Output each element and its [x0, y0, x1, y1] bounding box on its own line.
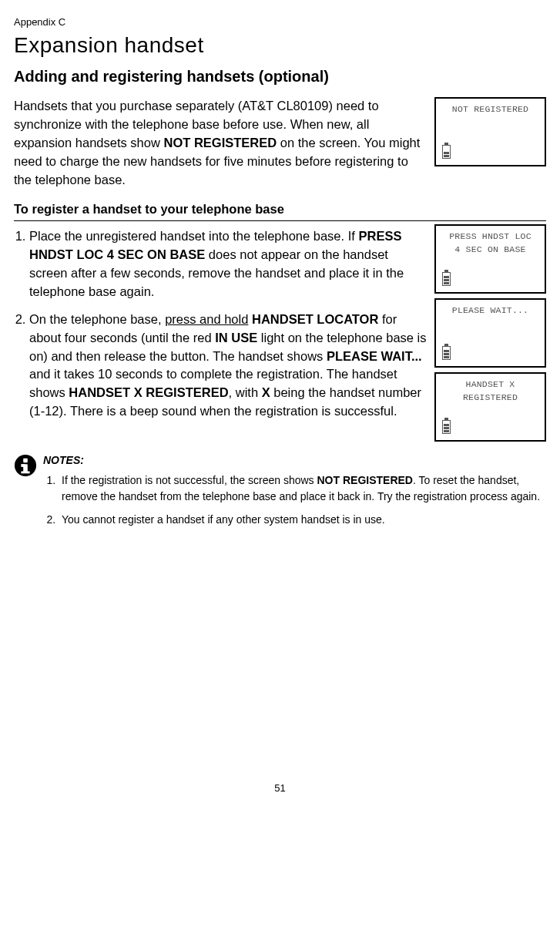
lcd-press-hndst: PRESS HNDST LOC 4 SEC ON BASE [434, 224, 546, 294]
battery-icon [442, 272, 451, 286]
lcd-text-l1: HANDSET X [466, 379, 515, 389]
section-heading: Adding and registering handsets (optiona… [14, 66, 546, 88]
page-title: Expansion handset [14, 30, 546, 62]
register-heading: To register a handset to your telephone … [14, 200, 546, 219]
step-1: Place the unregistered handset into the … [29, 227, 428, 301]
notes-list: If the registration is not successful, t… [43, 472, 546, 527]
page-number: 51 [14, 781, 546, 796]
svg-rect-3 [21, 464, 25, 467]
note-1: If the registration is not successful, t… [59, 472, 546, 504]
intro-bold-1: NOT REGISTERED [163, 136, 277, 150]
note-2: You cannot register a handset if any oth… [59, 512, 546, 527]
divider [14, 220, 546, 221]
lcd-not-registered: NOT REGISTERED [434, 97, 546, 166]
intro-paragraph: Handsets that you purchase separately (A… [14, 97, 428, 190]
step2-b5: X [262, 385, 270, 399]
step2-b4: HANDSET X REGISTERED [69, 385, 228, 399]
lcd-text: NOT REGISTERED [452, 104, 528, 114]
notes-heading: NOTES: [43, 452, 546, 468]
lcd-handset-registered: HANDSET X REGISTERED [434, 372, 546, 442]
appendix-label: Appendix C [14, 15, 546, 30]
svg-rect-4 [21, 471, 29, 473]
step2-b1: HANDSET LOCATOR [252, 312, 378, 326]
lcd-text: PLEASE WAIT... [452, 305, 528, 315]
step2-b3: PLEASE WAIT... [327, 349, 422, 363]
step1-t1: Place the unregistered handset into the … [29, 229, 358, 243]
lcd-text-l1: PRESS HNDST LOC [449, 231, 531, 241]
step2-b2: IN USE [215, 331, 257, 344]
lcd-please-wait: PLEASE WAIT... [434, 298, 546, 368]
step2-t1: On the telephone base, [29, 312, 165, 326]
steps-list: Place the unregistered handset into the … [14, 227, 428, 421]
info-icon [14, 454, 37, 477]
battery-icon [442, 145, 451, 159]
battery-icon [442, 346, 451, 360]
note1-t1: If the registration is not successful, t… [62, 474, 317, 486]
lcd-text-l2: REGISTERED [439, 392, 542, 405]
step-2: On the telephone base, press and hold HA… [29, 311, 428, 422]
svg-rect-1 [23, 459, 28, 463]
step2-t6: , with [229, 385, 262, 399]
battery-icon [442, 420, 451, 434]
step2-u1: press and hold [165, 312, 248, 326]
note1-b1: NOT REGISTERED [317, 474, 413, 486]
lcd-text-l2: 4 SEC ON BASE [439, 244, 542, 257]
